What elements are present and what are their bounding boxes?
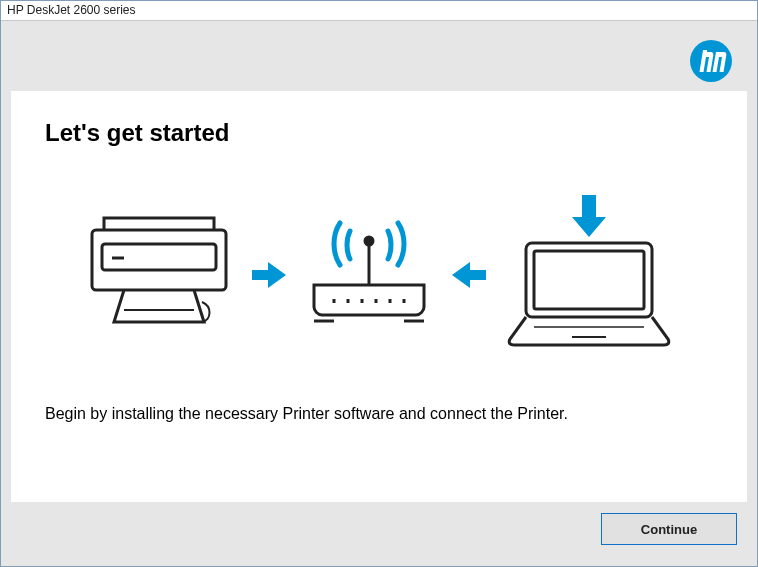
- instruction-text: Begin by installing the necessary Printe…: [45, 403, 605, 425]
- footer-bar: Continue: [11, 502, 747, 556]
- window-titlebar: HP DeskJet 2600 series: [1, 1, 757, 21]
- svg-point-14: [365, 237, 373, 245]
- logo-row: [11, 31, 747, 91]
- window-title: HP DeskJet 2600 series: [7, 3, 136, 17]
- svg-rect-15: [526, 243, 652, 317]
- arrow-left-icon: [452, 260, 486, 290]
- continue-button[interactable]: Continue: [601, 513, 737, 545]
- router-icon: [304, 215, 434, 335]
- svg-rect-1: [92, 230, 226, 290]
- illustration-row: [45, 195, 713, 355]
- page-title: Let's get started: [45, 119, 713, 147]
- hp-logo-icon: [689, 39, 733, 83]
- laptop-with-arrow-icon: [504, 195, 674, 355]
- svg-rect-16: [534, 251, 644, 309]
- installer-window: HP DeskJet 2600 series Let's get started: [0, 0, 758, 567]
- content-outer: Let's get started: [1, 21, 757, 566]
- main-card: Let's get started: [11, 91, 747, 502]
- printer-icon: [84, 210, 234, 340]
- arrow-right-icon: [252, 260, 286, 290]
